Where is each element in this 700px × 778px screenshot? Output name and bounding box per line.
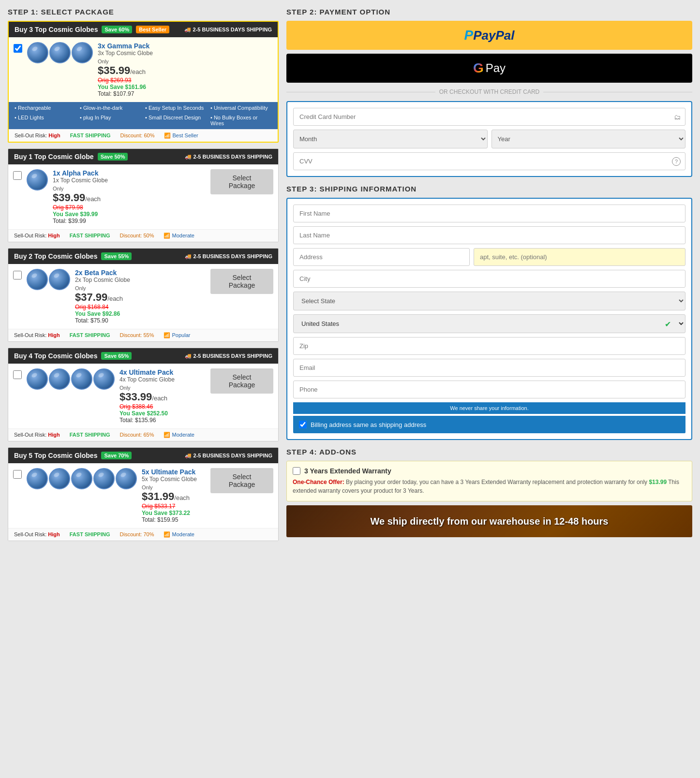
address-input[interactable] bbox=[293, 248, 470, 266]
warranty-body: One-Chance Offer: By placing your order … bbox=[293, 478, 686, 495]
year-select[interactable]: Year 202420252026 2027202820292030 bbox=[491, 130, 686, 148]
pack-only-5: Only bbox=[142, 484, 201, 490]
package-title-4: Buy 4 Top Cosmic Globes bbox=[14, 352, 97, 360]
package-card-4: Buy 4 Top Cosmic Globes Save 65% 🚚 2-5 B… bbox=[8, 348, 279, 441]
package-checkbox-2[interactable] bbox=[13, 171, 22, 180]
truck-icon-1: 🚚 bbox=[184, 27, 191, 33]
save-badge-3: Save 55% bbox=[101, 252, 132, 260]
month-select[interactable]: Month JanuaryFebruaryMarch AprilMayJune … bbox=[293, 130, 488, 148]
select-package-btn-3[interactable]: Select Package bbox=[210, 269, 273, 294]
address-row bbox=[293, 248, 685, 266]
or-label: OR CHECKOUT WITH CREDIT CARD bbox=[439, 88, 540, 95]
one-chance-label: One-Chance Offer: bbox=[293, 479, 344, 485]
sell-risk-5: Sell-Out Risk: High bbox=[14, 531, 60, 538]
cvv-input[interactable] bbox=[293, 152, 685, 170]
feature-item: Small Discreet Design bbox=[145, 115, 207, 126]
discount-1: Discount: 60% bbox=[120, 132, 155, 139]
select-package-btn-2[interactable]: Select Package bbox=[210, 169, 273, 194]
you-save-1: You Save $161.96 bbox=[98, 84, 273, 90]
pack-name-4: 4x Ultimate Pack bbox=[119, 368, 201, 376]
sell-risk-2: Sell-Out Risk: High bbox=[14, 233, 60, 239]
package-card-2: Buy 1 Top Cosmic Globe Save 50% 🚚 2-5 BU… bbox=[8, 148, 279, 242]
package-checkbox-5[interactable] bbox=[13, 470, 22, 479]
globe-1-3 bbox=[72, 42, 93, 63]
payment-section: P PayPal G Pay OR CHECKOUT WITH CREDIT C… bbox=[286, 21, 692, 177]
globe-1-2 bbox=[49, 42, 71, 63]
package-checkbox-wrap-1 bbox=[14, 44, 22, 54]
globe-4-1 bbox=[27, 368, 48, 390]
shipping-text-1: 2-5 BUSINESS DAYS SHIPPING bbox=[193, 27, 272, 32]
truck-icon-5: 🚚 bbox=[185, 453, 192, 459]
sell-risk-3: Sell-Out Risk: High bbox=[14, 332, 60, 338]
per-5: /each bbox=[174, 494, 190, 501]
package-checkbox-1[interactable] bbox=[14, 44, 22, 53]
paypal-button[interactable]: P PayPal bbox=[286, 21, 692, 50]
privacy-note: We never share your information. bbox=[293, 402, 685, 414]
package-checkbox-4[interactable] bbox=[13, 370, 22, 379]
zip-input[interactable] bbox=[293, 337, 685, 355]
package-title-5: Buy 5 Top Cosmic Globes bbox=[14, 452, 97, 459]
package-body-1: 3x Gamma Pack 3x Top Cosmic Globe Only $… bbox=[9, 37, 278, 102]
popularity-4: 📶 Moderate bbox=[164, 432, 194, 438]
last-name-input[interactable] bbox=[293, 226, 685, 244]
package-checkbox-wrap-4 bbox=[13, 370, 22, 381]
package-details-5: 5x Ultimate Pack 5x Top Cosmic Globe Onl… bbox=[142, 468, 201, 523]
features-bar-1: RechargeableGlow-in-the-darkEasy Setup I… bbox=[9, 102, 278, 129]
month-year-row: Month JanuaryFebruaryMarch AprilMayJune … bbox=[293, 130, 685, 148]
city-input[interactable] bbox=[293, 270, 685, 288]
state-select[interactable]: Select State AlabamaAlaskaArizonaArkansa… bbox=[293, 292, 685, 310]
package-title-3: Buy 2 Top Cosmic Globes bbox=[14, 252, 97, 260]
package-checkbox-3[interactable] bbox=[13, 271, 22, 279]
gpay-button[interactable]: G Pay bbox=[286, 54, 692, 83]
select-package-btn-5[interactable]: Select Package bbox=[210, 468, 273, 493]
sell-risk-value-3: High bbox=[48, 332, 60, 338]
country-select[interactable]: United States Canada United Kingdom bbox=[293, 314, 685, 333]
discount-5: Discount: 70% bbox=[120, 531, 154, 538]
discount-3: Discount: 55% bbox=[120, 332, 154, 338]
package-body-2: 1x Alpha Pack 1x Top Cosmic Globe Only $… bbox=[8, 164, 278, 229]
apt-input[interactable] bbox=[474, 248, 685, 266]
pack-sub-4: 4x Top Cosmic Globe bbox=[119, 376, 201, 383]
pack-name-2: 1x Alpha Pack bbox=[53, 169, 201, 177]
package-details-2: 1x Alpha Pack 1x Top Cosmic Globe Only $… bbox=[53, 169, 201, 224]
feature-item: Easy Setup In Seconds bbox=[145, 105, 207, 111]
orig-price-1: Orig $269.93 bbox=[98, 77, 273, 84]
select-btn-wrap-5: Select Package bbox=[206, 468, 273, 493]
per-2: /each bbox=[85, 195, 101, 203]
warranty-checkbox[interactable] bbox=[293, 467, 300, 475]
globe-5-4 bbox=[93, 468, 115, 489]
per-1: /each bbox=[130, 68, 146, 75]
fast-ship-1: FAST SHIPPING bbox=[70, 132, 111, 139]
truck-icon-2: 🚚 bbox=[185, 154, 192, 160]
orig-price-5: Orig $533.17 bbox=[142, 503, 201, 510]
cvv-help-icon[interactable]: ? bbox=[672, 157, 681, 166]
popularity-2: 📶 Moderate bbox=[164, 233, 194, 239]
globe-4-2 bbox=[49, 368, 70, 390]
email-input[interactable] bbox=[293, 359, 685, 377]
first-name-input[interactable] bbox=[293, 205, 685, 222]
pack-only-4: Only bbox=[119, 385, 201, 391]
cc-number-input[interactable] bbox=[293, 108, 685, 126]
total-3: Total: $75.90 bbox=[75, 317, 201, 324]
select-package-btn-4[interactable]: Select Package bbox=[210, 368, 273, 394]
shipping-text-5: 2-5 BUSINESS DAYS SHIPPING bbox=[194, 453, 272, 458]
shipping-info-3: 🚚 2-5 BUSINESS DAYS SHIPPING bbox=[185, 253, 272, 260]
package-header-2: Buy 1 Top Cosmic Globe Save 50% 🚚 2-5 BU… bbox=[8, 149, 278, 164]
billing-same-checkbox[interactable] bbox=[299, 421, 307, 428]
shipping-banner-text: We ship directly from our warehouse in 1… bbox=[371, 515, 609, 528]
feature-item: Rechargeable bbox=[15, 105, 76, 111]
header-left-1: Buy 3 Top Cosmic Globes Save 60% Best Se… bbox=[15, 26, 169, 33]
pack-sub-2: 1x Top Cosmic Globe bbox=[53, 177, 201, 184]
feature-item: LED Lights bbox=[15, 115, 76, 126]
gpay-label: Pay bbox=[486, 61, 506, 75]
truck-icon-4: 🚚 bbox=[185, 353, 192, 359]
total-2: Total: $39.99 bbox=[53, 218, 201, 224]
footer-bar-2: Sell-Out Risk: High FAST SHIPPING Discou… bbox=[8, 229, 278, 242]
popularity-5: 📶 Moderate bbox=[164, 531, 194, 538]
package-header-3: Buy 2 Top Cosmic Globes Save 55% 🚚 2-5 B… bbox=[8, 249, 278, 264]
step2-title: STEP 2: PAYMENT OPTION bbox=[286, 8, 692, 16]
addons-section: STEP 4: ADD-ONS 3 Years Extended Warrant… bbox=[286, 448, 692, 537]
phone-input[interactable] bbox=[293, 381, 685, 398]
pack-name-5: 5x Ultimate Pack bbox=[142, 468, 201, 476]
truck-icon-3: 🚚 bbox=[185, 253, 192, 260]
